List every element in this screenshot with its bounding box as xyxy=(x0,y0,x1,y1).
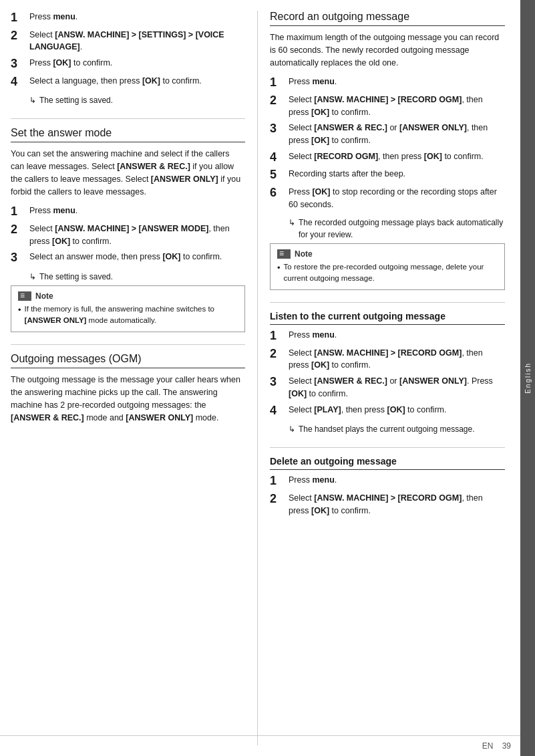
section-delete-outgoing: Delete an outgoing message 1 Press menu.… xyxy=(270,456,505,517)
left-column: 1 Press menu. 2 Select [ANSW. MACHINE] >… xyxy=(11,11,258,745)
arrow-record-result: ↳ The recorded outgoing message plays ba… xyxy=(289,217,505,241)
footer-spacer xyxy=(493,741,502,751)
answer-mode-step-3: 3 Select an answer mode, then press [OK]… xyxy=(11,251,245,265)
arrow-setting-saved: ↳ The setting is saved. xyxy=(29,94,245,106)
section-record-outgoing: Record an outgoing message The maximum l… xyxy=(270,11,505,290)
listen-step-1: 1 Press menu. xyxy=(270,329,505,344)
record-outgoing-body: The maximum length of the outgoing messa… xyxy=(270,31,505,69)
section-ogm: Outgoing messages (OGM) The outgoing mes… xyxy=(11,353,245,424)
record-step-5: 5 Recording starts after the beep. xyxy=(270,168,505,182)
listen-outgoing-title: Listen to the current outgoing message xyxy=(270,311,505,325)
note-text-record: • To restore the pre-recorded outgoing m… xyxy=(277,261,498,285)
listen-step-2: 2 Select [ANSW. MACHINE] > [RECORD OGM],… xyxy=(270,347,505,372)
sidebar-language-tab: English xyxy=(520,0,535,756)
answer-mode-step-2: 2 Select [ANSW. MACHINE] > [ANSWER MODE]… xyxy=(11,223,245,248)
delete-step-1: 1 Press menu. xyxy=(270,474,505,489)
answer-mode-body: You can set the answering machine and se… xyxy=(11,148,245,198)
answer-mode-title: Set the answer mode xyxy=(11,127,245,142)
record-step-2: 2 Select [ANSW. MACHINE] > [RECORD OGM],… xyxy=(270,94,505,119)
note-box-record: Note • To restore the pre-recorded outgo… xyxy=(270,243,505,291)
section-answer-mode: Set the answer mode You can set the answ… xyxy=(11,127,245,332)
step-4: 4 Select a language, then press [OK] to … xyxy=(11,75,245,90)
ogm-body: The outgoing message is the message your… xyxy=(11,374,245,424)
record-step-3: 3 Select [ANSWER & REC.] or [ANSWER ONLY… xyxy=(270,122,505,147)
section-voice-language: 1 Press menu. 2 Select [ANSW. MACHINE] >… xyxy=(11,11,245,106)
section-listen-outgoing: Listen to the current outgoing message 1… xyxy=(270,311,505,435)
record-step-6: 6 Press [OK] to stop recording or the re… xyxy=(270,186,505,211)
note-box-answer-mode: Note • If the memory is full, the answer… xyxy=(11,285,245,333)
divider-3 xyxy=(270,302,505,303)
right-column: Record an outgoing message The maximum l… xyxy=(258,11,505,745)
footer: EN 39 xyxy=(0,735,520,756)
divider-4 xyxy=(270,447,505,448)
delete-step-2: 2 Select [ANSW. MACHINE] > [RECORD OGM],… xyxy=(270,492,505,517)
sidebar-language-label: English xyxy=(524,362,532,394)
footer-page: 39 xyxy=(502,741,511,751)
listen-step-4: 4 Select [PLAY], then press [OK] to conf… xyxy=(270,404,505,418)
step-1: 1 Press menu. xyxy=(11,11,245,25)
note-header: Note xyxy=(18,291,238,301)
record-step-1: 1 Press menu. xyxy=(270,76,505,90)
step-2: 2 Select [ANSW. MACHINE] > [SETTINGS] > … xyxy=(11,29,245,54)
ogm-title: Outgoing messages (OGM) xyxy=(11,353,245,368)
listen-step-3: 3 Select [ANSWER & REC.] or [ANSWER ONLY… xyxy=(270,375,505,400)
arrow-answer-mode-saved: ↳ The setting is saved. xyxy=(29,271,245,283)
note-icon-record xyxy=(277,249,291,259)
note-label: Note xyxy=(35,291,53,301)
note-icon xyxy=(18,291,31,301)
footer-lang: EN xyxy=(482,741,494,751)
note-text-answer-mode: • If the memory is full, the answering m… xyxy=(18,303,238,327)
divider-1 xyxy=(11,118,245,119)
record-outgoing-title: Record an outgoing message xyxy=(270,11,505,26)
note-label-record: Note xyxy=(295,249,313,259)
record-step-4: 4 Select [RECORD OGM], then press [OK] t… xyxy=(270,150,505,165)
arrow-listen-result: ↳ The handset plays the current outgoing… xyxy=(289,423,505,435)
divider-2 xyxy=(11,344,245,345)
step-3: 3 Press [OK] to confirm. xyxy=(11,57,245,72)
note-header-record: Note xyxy=(277,249,498,259)
answer-mode-step-1: 1 Press menu. xyxy=(11,205,245,219)
delete-outgoing-title: Delete an outgoing message xyxy=(270,456,505,470)
